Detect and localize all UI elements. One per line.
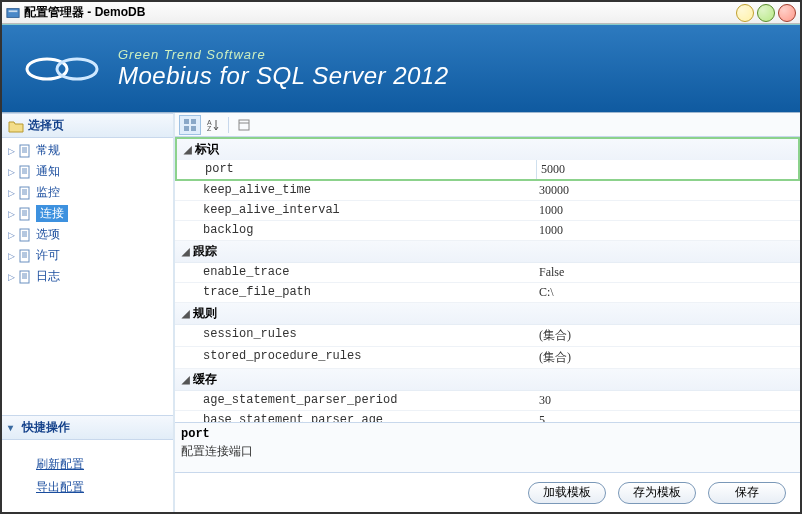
property-value[interactable]: 30000 bbox=[535, 181, 800, 200]
svg-rect-17 bbox=[239, 120, 249, 130]
property-grid[interactable]: ◢标识port5000keep_alive_time30000keep_aliv… bbox=[175, 137, 800, 422]
property-value[interactable]: False bbox=[535, 263, 800, 282]
property-value[interactable]: C:\ bbox=[535, 283, 800, 302]
quick-link-0[interactable]: 刷新配置 bbox=[36, 456, 173, 473]
property-value[interactable]: 1000 bbox=[535, 221, 800, 240]
svg-rect-4 bbox=[20, 145, 29, 157]
banner: Green Trend Software Moebius for SQL Ser… bbox=[2, 24, 800, 112]
maximize-button[interactable] bbox=[757, 4, 775, 22]
description-name: port bbox=[181, 427, 794, 441]
property-key: stored_procedure_rules bbox=[175, 347, 535, 368]
category-header[interactable]: ◢缓存 bbox=[175, 369, 800, 391]
window-title: 配置管理器 - DemoDB bbox=[24, 4, 145, 21]
svg-rect-9 bbox=[20, 250, 29, 262]
sidebar: 选择页 ▷常规▷通知▷监控▷连接▷选项▷许可▷日志 ▾ 快捷操作 刷新配置导出配… bbox=[2, 113, 174, 512]
svg-rect-6 bbox=[20, 187, 29, 199]
category-header[interactable]: ◢标识 bbox=[175, 137, 800, 160]
quick-ops-header[interactable]: ▾ 快捷操作 bbox=[2, 415, 173, 440]
property-row[interactable]: stored_procedure_rules(集合) bbox=[175, 347, 800, 369]
sidebar-item-4[interactable]: ▷选项 bbox=[2, 224, 173, 245]
svg-text:Z: Z bbox=[207, 125, 212, 132]
sidebar-item-6[interactable]: ▷日志 bbox=[2, 266, 173, 287]
svg-rect-11 bbox=[184, 119, 189, 124]
sidebar-item-1[interactable]: ▷通知 bbox=[2, 161, 173, 182]
category-header[interactable]: ◢跟踪 bbox=[175, 241, 800, 263]
property-row[interactable]: keep_alive_interval1000 bbox=[175, 201, 800, 221]
expand-icon: ▷ bbox=[8, 209, 18, 219]
category-header[interactable]: ◢规则 bbox=[175, 303, 800, 325]
property-value[interactable]: 5 bbox=[535, 411, 800, 422]
property-key: keep_alive_interval bbox=[175, 201, 535, 220]
property-pages-button[interactable] bbox=[233, 115, 255, 135]
property-key: keep_alive_time bbox=[175, 181, 535, 200]
property-value[interactable]: 5000 bbox=[537, 160, 798, 179]
property-value[interactable]: 1000 bbox=[535, 201, 800, 220]
collapse-icon: ◢ bbox=[179, 308, 193, 319]
main-panel: AZ ◢标识port5000keep_alive_time30000keep_a… bbox=[174, 113, 800, 512]
collapse-icon: ◢ bbox=[179, 246, 193, 257]
close-button[interactable] bbox=[778, 4, 796, 22]
property-key: base_statement_parser_age bbox=[175, 411, 535, 422]
title-bar: 配置管理器 - DemoDB bbox=[2, 2, 800, 24]
property-row[interactable]: backlog1000 bbox=[175, 221, 800, 241]
folder-open-icon bbox=[8, 119, 24, 133]
save-template-button[interactable]: 存为模板 bbox=[618, 482, 696, 504]
page-icon bbox=[18, 249, 32, 263]
sidebar-item-0[interactable]: ▷常规 bbox=[2, 140, 173, 161]
svg-rect-14 bbox=[191, 126, 196, 131]
svg-rect-0 bbox=[7, 8, 19, 17]
svg-rect-1 bbox=[9, 10, 18, 12]
sidebar-item-label: 常规 bbox=[36, 142, 60, 159]
property-row[interactable]: port5000 bbox=[175, 160, 800, 181]
page-icon bbox=[18, 165, 32, 179]
page-icon bbox=[18, 270, 32, 284]
quick-link-1[interactable]: 导出配置 bbox=[36, 479, 173, 496]
categorized-view-button[interactable] bbox=[179, 115, 201, 135]
nav-list: ▷常规▷通知▷监控▷连接▷选项▷许可▷日志 bbox=[2, 138, 173, 289]
page-icon bbox=[18, 207, 32, 221]
svg-rect-8 bbox=[20, 229, 29, 241]
property-row[interactable]: session_rules(集合) bbox=[175, 325, 800, 347]
quick-links: 刷新配置导出配置 bbox=[2, 440, 173, 512]
sidebar-item-2[interactable]: ▷监控 bbox=[2, 182, 173, 203]
page-icon bbox=[18, 144, 32, 158]
property-row[interactable]: keep_alive_time30000 bbox=[175, 181, 800, 201]
minimize-button[interactable] bbox=[736, 4, 754, 22]
collapse-icon: ◢ bbox=[179, 374, 193, 385]
sidebar-item-label: 选项 bbox=[36, 226, 60, 243]
svg-rect-5 bbox=[20, 166, 29, 178]
property-key: port bbox=[177, 160, 537, 179]
collapse-icon: ◢ bbox=[181, 144, 195, 155]
sidebar-item-label: 监控 bbox=[36, 184, 60, 201]
sidebar-item-label: 日志 bbox=[36, 268, 60, 285]
svg-rect-13 bbox=[184, 126, 189, 131]
property-value[interactable]: 30 bbox=[535, 391, 800, 410]
sidebar-item-label: 通知 bbox=[36, 163, 60, 180]
property-key: trace_file_path bbox=[175, 283, 535, 302]
sidebar-item-3[interactable]: ▷连接 bbox=[2, 203, 173, 224]
property-key: session_rules bbox=[175, 325, 535, 346]
sidebar-item-label: 连接 bbox=[36, 205, 68, 222]
property-key: backlog bbox=[175, 221, 535, 240]
property-row[interactable]: age_statement_parser_period30 bbox=[175, 391, 800, 411]
property-value[interactable]: (集合) bbox=[535, 325, 800, 346]
alphabetical-view-button[interactable]: AZ bbox=[202, 115, 224, 135]
svg-rect-12 bbox=[191, 119, 196, 124]
property-key: enable_trace bbox=[175, 263, 535, 282]
load-template-button[interactable]: 加载模板 bbox=[528, 482, 606, 504]
expand-icon: ▷ bbox=[8, 167, 18, 177]
expand-icon: ▷ bbox=[8, 188, 18, 198]
expand-icon: ▷ bbox=[8, 230, 18, 240]
property-key: age_statement_parser_period bbox=[175, 391, 535, 410]
property-value[interactable]: (集合) bbox=[535, 347, 800, 368]
save-button[interactable]: 保存 bbox=[708, 482, 786, 504]
svg-rect-10 bbox=[20, 271, 29, 283]
app-icon bbox=[6, 6, 20, 20]
sidebar-item-5[interactable]: ▷许可 bbox=[2, 245, 173, 266]
property-row[interactable]: trace_file_pathC:\ bbox=[175, 283, 800, 303]
sidebar-header: 选择页 bbox=[2, 113, 173, 138]
property-row[interactable]: enable_traceFalse bbox=[175, 263, 800, 283]
property-row[interactable]: base_statement_parser_age5 bbox=[175, 411, 800, 422]
logo-icon bbox=[22, 49, 102, 89]
page-icon bbox=[18, 228, 32, 242]
